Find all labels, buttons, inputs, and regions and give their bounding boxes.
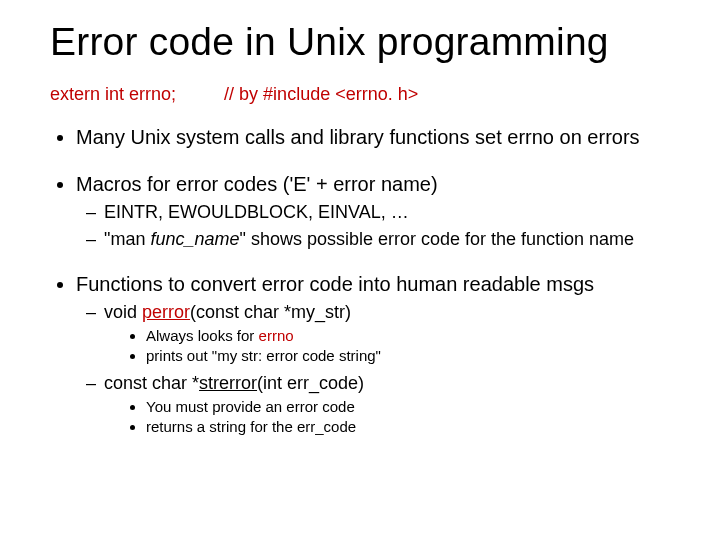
bullet-3-sub-1: void perror(const char *my_str) Always l… xyxy=(104,301,680,366)
bullet-3-sub-2-list: You must provide an error code returns a… xyxy=(104,398,680,438)
bullet-2-sublist: EINTR, EWOULDBLOCK, EINVAL, … "man func_… xyxy=(76,201,680,250)
b3s2-a: You must provide an error code xyxy=(146,398,680,417)
b2s2-man: man xyxy=(110,229,150,249)
bullet-2: Macros for error codes ('E' + error name… xyxy=(76,172,680,250)
bullet-3-sub-2: const char *strerror(int err_code) You m… xyxy=(104,372,680,437)
bullet-1: Many Unix system calls and library funct… xyxy=(76,125,680,150)
slide: Error code in Unix programming extern in… xyxy=(0,0,720,479)
decl-right: // by #include <errno. h> xyxy=(224,84,418,104)
bullet-3-text: Functions to convert error code into hum… xyxy=(76,273,594,295)
bullet-3-sublist: void perror(const char *my_str) Always l… xyxy=(76,301,680,437)
b3s1-a: Always looks for errno xyxy=(146,327,680,346)
b2s2-rest: " shows possible error code for the func… xyxy=(239,229,634,249)
b3s1-perror: perror xyxy=(142,302,190,322)
bullet-1-code: errno xyxy=(507,126,554,148)
b3s2-args: (int err_code) xyxy=(257,373,364,393)
bullet-2-text: Macros for error codes ('E' + error name… xyxy=(76,173,438,195)
bullet-list: Many Unix system calls and library funct… xyxy=(50,125,680,437)
b3s1-a-pre: Always looks for xyxy=(146,327,259,344)
bullet-2-sub-2: "man func_name" shows possible error cod… xyxy=(104,228,680,251)
errno-declaration: extern int errno; // by #include <errno.… xyxy=(50,84,680,105)
b3s2-const: const char * xyxy=(104,373,199,393)
b3s2-strerror: strerror xyxy=(199,373,257,393)
b3s2-b-code: err_code xyxy=(297,418,356,435)
bullet-2-sub-1: EINTR, EWOULDBLOCK, EINVAL, … xyxy=(104,201,680,224)
b3s1-args: (const char *my_str) xyxy=(190,302,351,322)
bullet-3-sub-1-list: Always looks for errno prints out "my st… xyxy=(104,327,680,367)
b3s2-b-pre: returns a string for the xyxy=(146,418,297,435)
bullet-3: Functions to convert error code into hum… xyxy=(76,272,680,437)
b3s1-b: prints out "my str: error code string" xyxy=(146,347,680,366)
bullet-1-pre: Many Unix system calls and library funct… xyxy=(76,126,507,148)
b2s2-func: func_name xyxy=(150,229,239,249)
b3s1-a-errno: errno xyxy=(259,327,294,344)
b3s2-b: returns a string for the err_code xyxy=(146,418,680,437)
decl-left: extern int errno; xyxy=(50,84,176,104)
slide-title: Error code in Unix programming xyxy=(50,20,680,64)
bullet-1-post: on errors xyxy=(554,126,640,148)
b3s1-void: void xyxy=(104,302,142,322)
